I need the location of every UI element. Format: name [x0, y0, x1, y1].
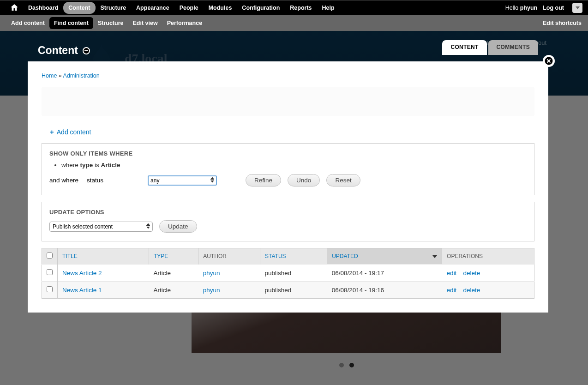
col-updated[interactable]: UPDATED	[332, 253, 358, 259]
table-row: News Article 2 Article phyun published 0…	[42, 265, 534, 282]
row-delete-link[interactable]: delete	[463, 287, 480, 294]
row-checkbox[interactable]	[47, 286, 53, 292]
tab-comments[interactable]: COMMENTS	[488, 40, 538, 55]
user-greeting: Hello phyun	[505, 5, 537, 11]
overlay: Content CONTENT COMMENTS Home » Administ…	[28, 42, 548, 313]
toolbar-configuration[interactable]: Configuration	[237, 2, 285, 14]
breadcrumb: Home » Administration	[42, 72, 534, 79]
toolbar-structure[interactable]: Structure	[96, 2, 132, 14]
row-author-link[interactable]: phyun	[203, 287, 220, 294]
row-status: published	[260, 282, 327, 299]
col-title[interactable]: TITLE	[62, 253, 78, 259]
update-action-select[interactable]: Publish selected content	[49, 222, 153, 232]
status-select[interactable]: any	[148, 175, 217, 186]
row-type: Article	[149, 282, 198, 299]
shortcut-remove-icon[interactable]	[83, 47, 90, 54]
row-author-link[interactable]: phyun	[203, 270, 220, 277]
shortcut-bar: Add content Find content Structure Edit …	[0, 15, 588, 31]
toolbar-logout[interactable]: Log out	[543, 5, 564, 11]
shortcut-edit-view[interactable]: Edit view	[128, 17, 162, 29]
filter-fieldset: SHOW ONLY ITEMS WHERE where type is Arti…	[42, 143, 534, 195]
toolbar-dashboard[interactable]: Dashboard	[23, 2, 63, 14]
toolbar-people[interactable]: People	[174, 2, 204, 14]
row-checkbox[interactable]	[47, 269, 53, 275]
breadcrumb-home[interactable]: Home	[42, 72, 57, 79]
filter-title: SHOW ONLY ITEMS WHERE	[49, 150, 527, 157]
messages-region	[42, 87, 534, 116]
col-type[interactable]: TYPE	[154, 253, 168, 259]
toolbar-dropdown-toggle[interactable]	[572, 3, 582, 13]
reset-button[interactable]: Reset	[326, 174, 360, 186]
row-delete-link[interactable]: delete	[463, 270, 480, 277]
content-table: TITLE TYPE AUTHOR STATUS UPDATED OPERATI…	[42, 248, 534, 299]
add-content-link[interactable]: + Add content	[50, 128, 91, 136]
table-row: News Article 1 Article phyun published 0…	[42, 282, 534, 299]
update-title: UPDATE OPTIONS	[49, 209, 527, 216]
status-label: status	[87, 177, 103, 184]
toolbar-modules[interactable]: Modules	[204, 2, 237, 14]
row-updated: 06/08/2014 - 19:16	[327, 282, 442, 299]
breadcrumb-admin[interactable]: Administration	[63, 72, 100, 79]
update-options-fieldset: UPDATE OPTIONS Publish selected content …	[42, 202, 534, 241]
edit-shortcuts-link[interactable]: Edit shortcuts	[543, 20, 582, 26]
row-title-link[interactable]: News Article 2	[62, 270, 102, 277]
shortcut-add-content[interactable]: Add content	[6, 17, 49, 29]
toolbar-help[interactable]: Help	[317, 2, 340, 14]
select-all-checkbox[interactable]	[47, 253, 53, 259]
row-status: published	[260, 265, 327, 282]
overlay-title: Content	[38, 44, 78, 57]
row-updated: 06/08/2014 - 19:17	[327, 265, 442, 282]
toolbar-content[interactable]: Content	[63, 2, 95, 14]
and-where-label: and where	[49, 177, 78, 184]
refine-button[interactable]: Refine	[246, 174, 281, 186]
row-edit-link[interactable]: edit	[447, 287, 457, 294]
col-operations: OPERATIONS	[447, 253, 483, 259]
overlay-close-button[interactable]	[543, 55, 555, 67]
tab-content[interactable]: CONTENT	[442, 40, 486, 55]
home-icon[interactable]	[6, 1, 23, 15]
shortcut-performance[interactable]: Performance	[162, 17, 207, 29]
toolbar-appearance[interactable]: Appearance	[131, 2, 174, 14]
col-status[interactable]: STATUS	[265, 253, 286, 259]
toolbar-reports[interactable]: Reports	[285, 2, 317, 14]
plus-icon: +	[50, 128, 54, 136]
admin-toolbar: Dashboard Content Structure Appearance P…	[0, 0, 588, 15]
update-button[interactable]: Update	[159, 220, 197, 233]
row-title-link[interactable]: News Article 1	[62, 287, 102, 294]
col-author: AUTHOR	[203, 253, 227, 259]
row-edit-link[interactable]: edit	[447, 270, 457, 277]
sort-desc-icon	[432, 253, 437, 259]
row-type: Article	[149, 265, 198, 282]
shortcut-find-content[interactable]: Find content	[49, 17, 93, 29]
undo-button[interactable]: Undo	[288, 174, 320, 186]
shortcut-structure[interactable]: Structure	[93, 17, 128, 29]
